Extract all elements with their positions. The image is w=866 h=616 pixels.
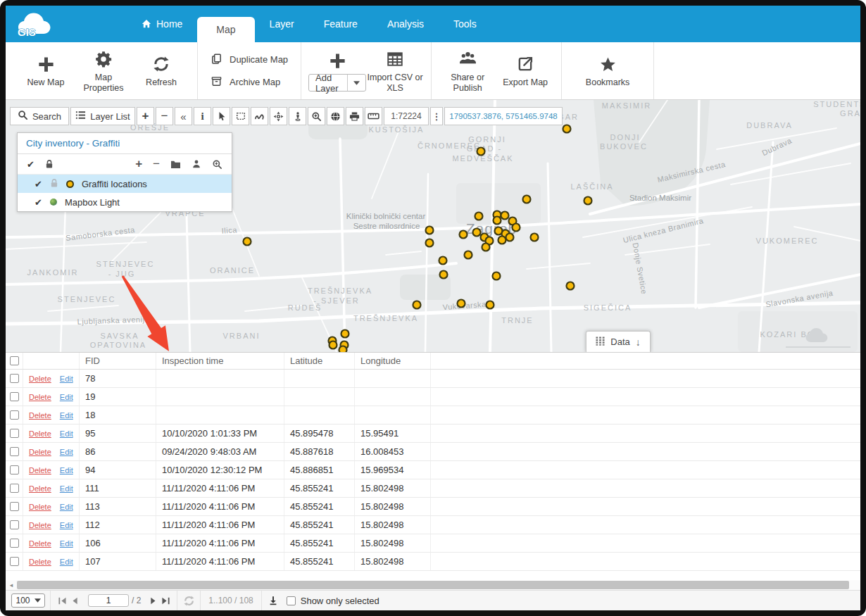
add-layer-icon[interactable]: + bbox=[135, 157, 142, 171]
graffiti-point[interactable] bbox=[584, 197, 592, 205]
graffiti-point[interactable] bbox=[487, 301, 494, 309]
pointer-tool-icon[interactable] bbox=[213, 107, 230, 125]
delete-link[interactable]: Delete bbox=[29, 429, 51, 438]
nav-tab-layer[interactable]: Layer bbox=[255, 6, 309, 42]
row-checkbox[interactable] bbox=[10, 447, 19, 456]
ribbon-button-refresh[interactable]: Refresh bbox=[132, 54, 190, 88]
graffiti-point[interactable] bbox=[477, 148, 485, 156]
edit-link[interactable]: Edit bbox=[60, 393, 73, 401]
graffiti-point[interactable] bbox=[493, 272, 501, 280]
zoom-window-tool-icon[interactable] bbox=[308, 107, 325, 125]
user-icon[interactable] bbox=[192, 159, 201, 169]
graffiti-point[interactable] bbox=[330, 341, 337, 349]
zoom-in-tool-icon[interactable]: + bbox=[137, 107, 154, 125]
delete-link[interactable]: Delete bbox=[29, 466, 51, 474]
first-page-button[interactable] bbox=[56, 594, 68, 607]
map-area[interactable]: MAKSIMIRSTUDENTSKIGRADREBARDUBRAVADONJIB… bbox=[6, 100, 860, 352]
remove-layer-icon[interactable]: − bbox=[153, 157, 160, 171]
edit-link[interactable]: Edit bbox=[60, 411, 73, 420]
gis-cloud-logo[interactable]: GIS bbox=[15, 8, 59, 42]
graffiti-point[interactable] bbox=[531, 234, 539, 241]
delete-link[interactable]: Delete bbox=[29, 558, 51, 566]
column-header-latitude[interactable]: Latitude bbox=[284, 353, 355, 369]
ribbon-button-share-or-publish[interactable]: Share or Publish bbox=[439, 49, 496, 94]
next-page-button[interactable] bbox=[146, 594, 159, 607]
last-page-button[interactable] bbox=[159, 594, 172, 607]
graffiti-point[interactable] bbox=[458, 300, 465, 308]
edit-link[interactable]: Edit bbox=[60, 521, 73, 529]
graffiti-point[interactable] bbox=[501, 212, 509, 220]
delete-link[interactable]: Delete bbox=[29, 484, 51, 493]
row-checkbox[interactable] bbox=[10, 410, 19, 420]
kebab-menu-icon[interactable]: ⋮ bbox=[430, 107, 443, 125]
graffiti-point[interactable] bbox=[460, 231, 467, 239]
graffiti-point[interactable] bbox=[339, 346, 347, 353]
graffiti-point[interactable] bbox=[244, 238, 251, 246]
nav-tab-analysis[interactable]: Analysis bbox=[372, 6, 439, 42]
graffiti-point[interactable] bbox=[465, 251, 472, 259]
ribbon-button-map-properties[interactable]: Map Properties bbox=[75, 49, 132, 94]
graffiti-point[interactable] bbox=[506, 234, 514, 241]
row-checkbox[interactable] bbox=[10, 557, 19, 566]
delete-link[interactable]: Delete bbox=[29, 539, 51, 548]
graffiti-point[interactable] bbox=[440, 271, 448, 279]
print-tool-icon[interactable] bbox=[346, 107, 363, 125]
visibility-check-icon[interactable]: ✔ bbox=[34, 197, 42, 208]
delete-link[interactable]: Delete bbox=[29, 411, 51, 420]
graffiti-point[interactable] bbox=[413, 301, 421, 309]
nav-tab-tools[interactable]: Tools bbox=[439, 6, 491, 42]
graffiti-point[interactable] bbox=[473, 229, 481, 237]
graffiti-point[interactable] bbox=[475, 213, 483, 220]
edit-link[interactable]: Edit bbox=[60, 375, 73, 383]
row-checkbox[interactable] bbox=[10, 502, 19, 511]
graffiti-point[interactable] bbox=[439, 257, 447, 265]
page-size-select[interactable]: 100 bbox=[11, 593, 45, 608]
add-layer-split-button[interactable]: Add Layer bbox=[308, 74, 366, 92]
graffiti-point[interactable] bbox=[426, 239, 434, 247]
ribbon-button-bookmarks[interactable]: Bookmarks bbox=[579, 54, 636, 88]
edit-link[interactable]: Edit bbox=[60, 429, 73, 438]
show-only-selected-toggle[interactable]: Show only selected bbox=[287, 596, 379, 606]
zoom-to-layer-icon[interactable] bbox=[212, 159, 222, 170]
edit-link[interactable]: Edit bbox=[60, 448, 73, 456]
graffiti-point[interactable] bbox=[523, 196, 531, 203]
globe-tool-icon[interactable] bbox=[327, 107, 344, 125]
delete-link[interactable]: Delete bbox=[29, 375, 51, 383]
graffiti-point[interactable] bbox=[426, 227, 434, 234]
graffiti-point[interactable] bbox=[498, 237, 506, 244]
edit-link[interactable]: Edit bbox=[60, 484, 73, 493]
graffiti-point[interactable] bbox=[567, 282, 575, 290]
ribbon-button-export-map[interactable]: Export Map bbox=[496, 54, 554, 88]
check-icon[interactable]: ✔ bbox=[27, 159, 34, 170]
lock-icon[interactable] bbox=[45, 159, 54, 169]
graffiti-point[interactable] bbox=[494, 217, 501, 225]
horizontal-scrollbar[interactable]: ◂ bbox=[6, 580, 860, 590]
refresh-table-icon[interactable] bbox=[182, 594, 195, 607]
ribbon-button-new-map[interactable]: New Map bbox=[17, 54, 75, 88]
layer-list-button[interactable]: Layer List bbox=[70, 107, 135, 125]
row-checkbox[interactable] bbox=[10, 374, 19, 383]
nav-tab-map[interactable]: Map bbox=[197, 17, 254, 42]
pan-tool-icon[interactable] bbox=[270, 107, 287, 125]
previous-page-button[interactable] bbox=[68, 594, 81, 607]
delete-link[interactable]: Delete bbox=[29, 393, 51, 401]
street-view-tool-icon[interactable] bbox=[289, 107, 306, 125]
column-header-fid[interactable]: FID bbox=[80, 353, 156, 369]
delete-link[interactable]: Delete bbox=[29, 521, 51, 529]
ribbon-button-add-layer[interactable]: Add Layer bbox=[308, 50, 366, 92]
folder-icon[interactable] bbox=[170, 160, 181, 169]
download-icon[interactable] bbox=[267, 594, 280, 607]
row-checkbox[interactable] bbox=[10, 465, 19, 474]
select-rectangle-tool-icon[interactable] bbox=[232, 107, 249, 125]
nav-tab-home[interactable]: Home bbox=[127, 6, 197, 42]
ribbon-button-import-csv-or-xls[interactable]: Import CSV or XLS bbox=[366, 49, 424, 94]
column-header-inspection-time[interactable]: Inspection time bbox=[156, 353, 284, 369]
edit-link[interactable]: Edit bbox=[60, 539, 73, 548]
graffiti-point[interactable] bbox=[563, 125, 571, 133]
delete-link[interactable]: Delete bbox=[29, 448, 51, 456]
chevron-down-icon[interactable] bbox=[347, 75, 365, 91]
delete-link[interactable]: Delete bbox=[29, 503, 51, 511]
freehand-select-tool-icon[interactable] bbox=[251, 107, 268, 125]
show-only-selected-checkbox[interactable] bbox=[287, 596, 296, 605]
column-header-longitude[interactable]: Longitude bbox=[355, 353, 431, 369]
